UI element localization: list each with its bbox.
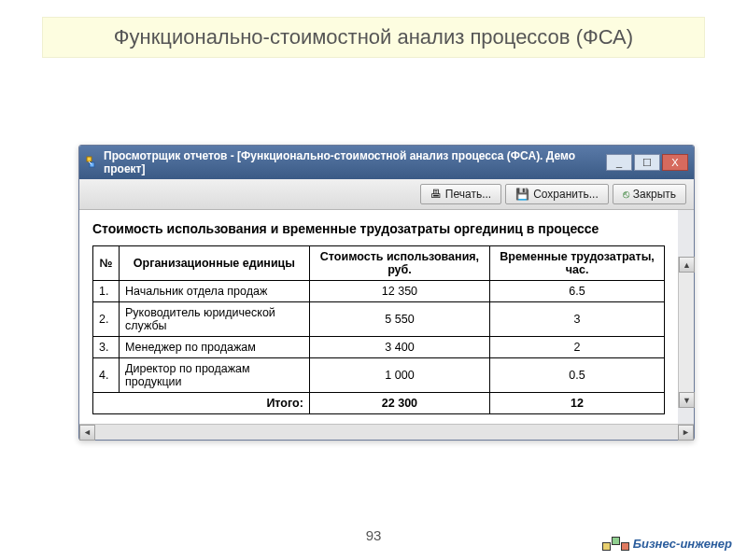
cell-num: 1. [93, 281, 120, 302]
brand-icon [602, 537, 629, 551]
scroll-left-icon[interactable]: ◄ [79, 425, 95, 441]
window-title: Просмотрщик отчетов - [Функционально-сто… [104, 149, 604, 175]
cell-unit: Начальник отдела продаж [120, 281, 310, 302]
cell-num: 4. [93, 358, 120, 393]
brand-label: Бизнес-инженер [633, 537, 732, 551]
col-time: Временные трудозатраты, час. [490, 246, 665, 281]
scroll-down-icon[interactable]: ▼ [679, 392, 695, 408]
report-area: Стоимость использования и временные труд… [79, 210, 678, 424]
total-label: Итого: [93, 393, 310, 414]
maximize-button[interactable]: ☐ [634, 154, 660, 171]
table-row: 3. Менеджер по продажам 3 400 2 [93, 337, 665, 358]
save-label: Сохранить... [533, 188, 599, 201]
report-table: № Организационные единицы Стоимость испо… [92, 245, 665, 414]
scroll-up-icon[interactable]: ▲ [679, 257, 695, 273]
app-icon [85, 155, 100, 170]
slide-title: Функционально-стоимостной анализ процесс… [42, 17, 705, 58]
cell-unit: Руководитель юридической службы [120, 302, 310, 337]
cell-cost: 5 550 [309, 302, 489, 337]
close-label: Закрыть [633, 188, 676, 201]
cell-time: 6.5 [490, 281, 665, 302]
save-button[interactable]: 💾 Сохранить... [505, 184, 609, 204]
cell-cost: 12 350 [309, 281, 489, 302]
window-titlebar[interactable]: Просмотрщик отчетов - [Функционально-сто… [79, 146, 694, 179]
col-cost: Стоимость использования, руб. [309, 246, 489, 281]
exit-icon: ⎋ [623, 188, 629, 201]
vertical-scrollbar[interactable]: ▲ ▼ [678, 257, 694, 408]
svg-rect-0 [87, 157, 92, 161]
cell-unit: Директор по продажам продукции [120, 358, 310, 393]
total-cost: 22 300 [309, 393, 489, 414]
toolbar: 🖶 Печать... 💾 Сохранить... ⎋ Закрыть [79, 179, 694, 210]
scroll-right-icon[interactable]: ► [678, 425, 694, 441]
cell-time: 3 [490, 302, 665, 337]
cell-time: 0.5 [490, 358, 665, 393]
brand-logo: Бизнес-инженер [602, 537, 732, 551]
total-row: Итого: 22 300 12 [93, 393, 665, 414]
print-button[interactable]: 🖶 Печать... [420, 184, 501, 204]
table-row: 4. Директор по продажам продукции 1 000 … [93, 358, 665, 393]
cell-unit: Менеджер по продажам [120, 337, 310, 358]
col-num: № [93, 246, 120, 281]
print-label: Печать... [445, 188, 491, 201]
cell-cost: 1 000 [309, 358, 489, 393]
total-time: 12 [490, 393, 665, 414]
cell-num: 3. [93, 337, 120, 358]
table-row: 1. Начальник отдела продаж 12 350 6.5 [93, 281, 665, 302]
minimize-button[interactable]: _ [606, 154, 632, 171]
save-icon: 💾 [515, 188, 529, 201]
cell-time: 2 [490, 337, 665, 358]
horizontal-scrollbar[interactable]: ◄ ► [79, 424, 694, 440]
close-window-button[interactable]: X [662, 154, 688, 171]
col-unit: Организационные единицы [120, 246, 310, 281]
report-window: Просмотрщик отчетов - [Функционально-сто… [78, 145, 695, 441]
cell-cost: 3 400 [309, 337, 489, 358]
close-button[interactable]: ⎋ Закрыть [613, 184, 686, 204]
cell-num: 2. [93, 302, 120, 337]
table-row: 2. Руководитель юридической службы 5 550… [93, 302, 665, 337]
scroll-v-track[interactable] [679, 273, 694, 392]
printer-icon: 🖶 [430, 188, 442, 201]
report-heading: Стоимость использования и временные труд… [92, 221, 665, 236]
